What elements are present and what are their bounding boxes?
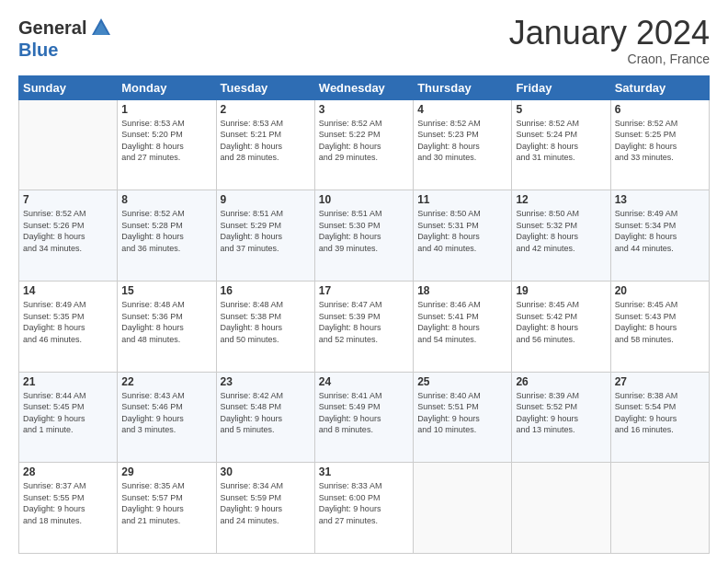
- day-number: 21: [23, 375, 113, 388]
- weekday-header: Thursday: [414, 75, 512, 99]
- logo: General Blue: [18, 15, 114, 59]
- calendar-cell: 18Sunrise: 8:46 AM Sunset: 5:41 PM Dayli…: [414, 281, 512, 372]
- day-info: Sunrise: 8:39 AM Sunset: 5:52 PM Dayligh…: [516, 390, 606, 436]
- calendar-cell: 15Sunrise: 8:48 AM Sunset: 5:36 PM Dayli…: [118, 281, 216, 372]
- calendar-cell: 21Sunrise: 8:44 AM Sunset: 5:45 PM Dayli…: [19, 372, 118, 463]
- calendar-cell: [414, 463, 512, 554]
- calendar-cell: 29Sunrise: 8:35 AM Sunset: 5:57 PM Dayli…: [118, 463, 216, 554]
- day-info: Sunrise: 8:52 AM Sunset: 5:26 PM Dayligh…: [23, 208, 113, 254]
- day-info: Sunrise: 8:41 AM Sunset: 5:49 PM Dayligh…: [319, 390, 409, 436]
- calendar-cell: [610, 463, 709, 554]
- calendar-cell: 20Sunrise: 8:45 AM Sunset: 5:43 PM Dayli…: [610, 281, 709, 372]
- page: General Blue January 2024 Craon, France …: [0, 0, 728, 563]
- day-info: Sunrise: 8:52 AM Sunset: 5:24 PM Dayligh…: [516, 118, 606, 164]
- day-info: Sunrise: 8:49 AM Sunset: 5:35 PM Dayligh…: [23, 299, 113, 345]
- day-number: 19: [516, 284, 606, 297]
- logo-general: General: [18, 17, 86, 38]
- location: Craon, France: [509, 52, 710, 66]
- day-info: Sunrise: 8:46 AM Sunset: 5:41 PM Dayligh…: [417, 299, 507, 345]
- calendar-week-row: 7Sunrise: 8:52 AM Sunset: 5:26 PM Daylig…: [19, 190, 710, 282]
- day-number: 23: [221, 375, 311, 388]
- calendar-cell: 7Sunrise: 8:52 AM Sunset: 5:26 PM Daylig…: [19, 190, 118, 282]
- month-title: January 2024: [509, 15, 710, 52]
- weekday-header: Tuesday: [216, 75, 314, 99]
- calendar-cell: 6Sunrise: 8:52 AM Sunset: 5:25 PM Daylig…: [610, 99, 709, 190]
- day-number: 15: [121, 284, 211, 297]
- day-number: 18: [417, 284, 507, 297]
- day-number: 5: [516, 103, 606, 116]
- day-number: 22: [121, 375, 211, 388]
- day-number: 14: [23, 284, 113, 297]
- day-info: Sunrise: 8:53 AM Sunset: 5:20 PM Dayligh…: [121, 118, 211, 164]
- day-info: Sunrise: 8:51 AM Sunset: 5:29 PM Dayligh…: [221, 208, 311, 254]
- day-number: 11: [417, 193, 507, 206]
- weekday-header: Friday: [512, 75, 610, 99]
- day-info: Sunrise: 8:48 AM Sunset: 5:38 PM Dayligh…: [221, 299, 311, 345]
- calendar-week-row: 21Sunrise: 8:44 AM Sunset: 5:45 PM Dayli…: [19, 372, 710, 463]
- calendar-week-row: 14Sunrise: 8:49 AM Sunset: 5:35 PM Dayli…: [19, 281, 710, 372]
- calendar-cell: 11Sunrise: 8:50 AM Sunset: 5:31 PM Dayli…: [414, 190, 512, 282]
- title-block: January 2024 Craon, France: [509, 15, 710, 66]
- day-number: 8: [121, 193, 211, 206]
- day-number: 24: [319, 375, 409, 388]
- day-number: 29: [121, 465, 211, 478]
- day-info: Sunrise: 8:53 AM Sunset: 5:21 PM Dayligh…: [221, 118, 311, 164]
- calendar-week-row: 28Sunrise: 8:37 AM Sunset: 5:55 PM Dayli…: [19, 463, 710, 554]
- day-info: Sunrise: 8:50 AM Sunset: 5:31 PM Dayligh…: [417, 208, 507, 254]
- calendar-cell: [512, 463, 610, 554]
- calendar-cell: 5Sunrise: 8:52 AM Sunset: 5:24 PM Daylig…: [512, 99, 610, 190]
- calendar-cell: 22Sunrise: 8:43 AM Sunset: 5:46 PM Dayli…: [118, 372, 216, 463]
- weekday-header: Wednesday: [314, 75, 413, 99]
- day-number: 20: [615, 284, 705, 297]
- day-info: Sunrise: 8:45 AM Sunset: 5:42 PM Dayligh…: [516, 299, 606, 345]
- day-number: 4: [417, 103, 507, 116]
- day-info: Sunrise: 8:38 AM Sunset: 5:54 PM Dayligh…: [615, 390, 705, 436]
- day-info: Sunrise: 8:52 AM Sunset: 5:22 PM Dayligh…: [319, 118, 409, 164]
- calendar-cell: 24Sunrise: 8:41 AM Sunset: 5:49 PM Dayli…: [314, 372, 413, 463]
- day-number: 6: [615, 103, 705, 116]
- weekday-header: Monday: [118, 75, 216, 99]
- day-number: 17: [319, 284, 409, 297]
- day-number: 25: [417, 375, 507, 388]
- calendar-cell: 25Sunrise: 8:40 AM Sunset: 5:51 PM Dayli…: [414, 372, 512, 463]
- calendar-cell: 3Sunrise: 8:52 AM Sunset: 5:22 PM Daylig…: [314, 99, 413, 190]
- calendar-cell: 28Sunrise: 8:37 AM Sunset: 5:55 PM Dayli…: [19, 463, 118, 554]
- calendar-cell: 2Sunrise: 8:53 AM Sunset: 5:21 PM Daylig…: [216, 99, 314, 190]
- day-info: Sunrise: 8:49 AM Sunset: 5:34 PM Dayligh…: [615, 208, 705, 254]
- day-number: 28: [23, 465, 113, 478]
- day-number: 2: [221, 103, 311, 116]
- calendar-cell: 9Sunrise: 8:51 AM Sunset: 5:29 PM Daylig…: [216, 190, 314, 282]
- day-number: 3: [319, 103, 409, 116]
- day-info: Sunrise: 8:48 AM Sunset: 5:36 PM Dayligh…: [121, 299, 211, 345]
- calendar-cell: 19Sunrise: 8:45 AM Sunset: 5:42 PM Dayli…: [512, 281, 610, 372]
- day-number: 9: [221, 193, 311, 206]
- calendar-header-row: SundayMondayTuesdayWednesdayThursdayFrid…: [19, 75, 710, 99]
- calendar-week-row: 1Sunrise: 8:53 AM Sunset: 5:20 PM Daylig…: [19, 99, 710, 190]
- day-info: Sunrise: 8:50 AM Sunset: 5:32 PM Dayligh…: [516, 208, 606, 254]
- calendar-cell: 8Sunrise: 8:52 AM Sunset: 5:28 PM Daylig…: [118, 190, 216, 282]
- day-number: 16: [221, 284, 311, 297]
- logo-icon: [88, 15, 114, 40]
- day-info: Sunrise: 8:35 AM Sunset: 5:57 PM Dayligh…: [121, 480, 211, 526]
- day-number: 31: [319, 465, 409, 478]
- day-info: Sunrise: 8:45 AM Sunset: 5:43 PM Dayligh…: [615, 299, 705, 345]
- day-number: 12: [516, 193, 606, 206]
- day-info: Sunrise: 8:42 AM Sunset: 5:48 PM Dayligh…: [221, 390, 311, 436]
- calendar-table: SundayMondayTuesdayWednesdayThursdayFrid…: [18, 75, 710, 554]
- day-info: Sunrise: 8:44 AM Sunset: 5:45 PM Dayligh…: [23, 390, 113, 436]
- day-info: Sunrise: 8:33 AM Sunset: 6:00 PM Dayligh…: [319, 480, 409, 526]
- day-info: Sunrise: 8:51 AM Sunset: 5:30 PM Dayligh…: [319, 208, 409, 254]
- calendar-cell: 13Sunrise: 8:49 AM Sunset: 5:34 PM Dayli…: [610, 190, 709, 282]
- day-number: 1: [121, 103, 211, 116]
- calendar-cell: 16Sunrise: 8:48 AM Sunset: 5:38 PM Dayli…: [216, 281, 314, 372]
- weekday-header: Sunday: [19, 75, 118, 99]
- calendar-cell: 4Sunrise: 8:52 AM Sunset: 5:23 PM Daylig…: [414, 99, 512, 190]
- calendar-cell: 30Sunrise: 8:34 AM Sunset: 5:59 PM Dayli…: [216, 463, 314, 554]
- day-info: Sunrise: 8:52 AM Sunset: 5:28 PM Dayligh…: [121, 208, 211, 254]
- day-info: Sunrise: 8:37 AM Sunset: 5:55 PM Dayligh…: [23, 480, 113, 526]
- day-info: Sunrise: 8:43 AM Sunset: 5:46 PM Dayligh…: [121, 390, 211, 436]
- day-info: Sunrise: 8:40 AM Sunset: 5:51 PM Dayligh…: [417, 390, 507, 436]
- calendar-cell: 1Sunrise: 8:53 AM Sunset: 5:20 PM Daylig…: [118, 99, 216, 190]
- calendar-cell: 27Sunrise: 8:38 AM Sunset: 5:54 PM Dayli…: [610, 372, 709, 463]
- calendar-cell: 10Sunrise: 8:51 AM Sunset: 5:30 PM Dayli…: [314, 190, 413, 282]
